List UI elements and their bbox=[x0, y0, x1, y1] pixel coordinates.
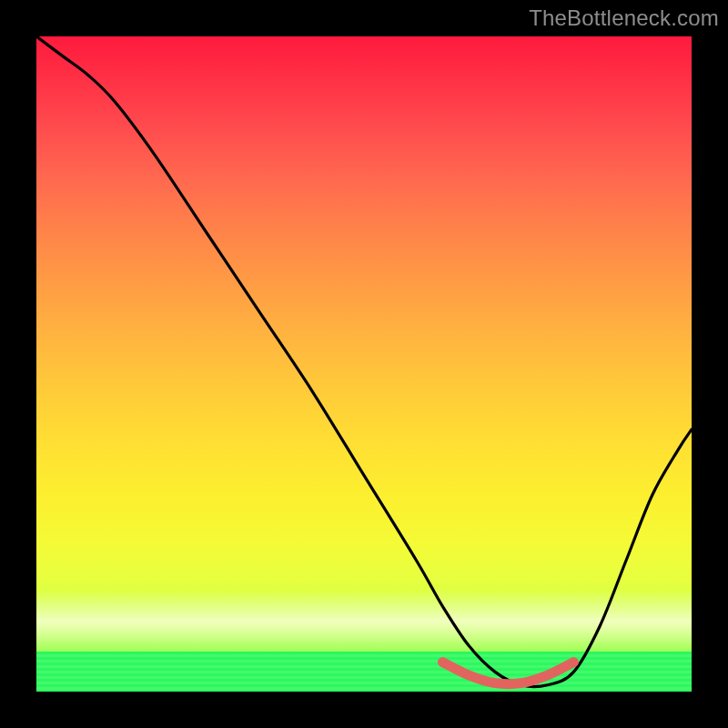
watermark-label: TheBottleneck.com bbox=[529, 5, 719, 31]
curve-layer bbox=[36, 36, 692, 692]
chart-frame: TheBottleneck.com bbox=[0, 0, 728, 728]
bottleneck-curve bbox=[36, 36, 692, 687]
optimal-range-highlight bbox=[442, 662, 573, 684]
plot-area bbox=[36, 36, 692, 692]
